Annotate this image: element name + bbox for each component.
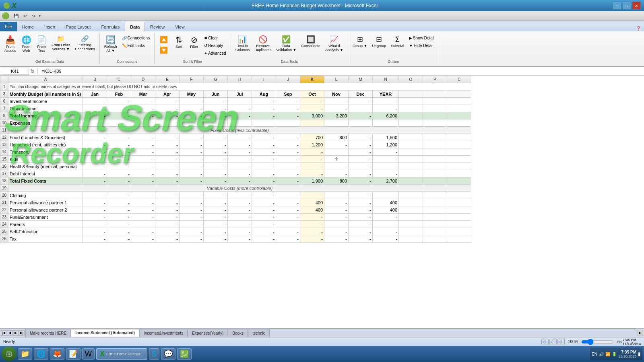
cell-K25[interactable]: - — [300, 228, 324, 235]
close-btn[interactable]: ✕ — [632, 2, 641, 10]
cell-K23[interactable]: - — [300, 214, 324, 221]
cell-P6[interactable] — [423, 98, 447, 105]
cell-Q25[interactable] — [447, 228, 471, 235]
filter-btn[interactable]: ⊘ Filter — [187, 35, 201, 50]
col-header-I[interactable]: I — [252, 76, 276, 83]
cell-E23[interactable]: - — [155, 214, 180, 221]
cell-O12[interactable] — [399, 134, 423, 141]
cell-H18[interactable]: - — [228, 177, 252, 185]
cell-B13[interactable]: - — [83, 141, 107, 148]
consolidate-btn[interactable]: 🔲 Consolidate — [299, 35, 323, 49]
cell-I14[interactable]: - — [252, 148, 276, 156]
cell-M14[interactable]: - — [349, 148, 373, 156]
tab-home[interactable]: Home — [17, 22, 39, 31]
cell-J25[interactable]: - — [276, 228, 300, 235]
cell-F23[interactable]: - — [180, 214, 204, 221]
cell-G20[interactable]: - — [204, 192, 228, 199]
cell-H2[interactable]: Jul — [228, 90, 252, 98]
cell-H23[interactable]: - — [228, 214, 252, 221]
cell-P25[interactable] — [423, 228, 447, 235]
cell-P18[interactable] — [423, 177, 447, 185]
cell-J21[interactable]: - — [276, 199, 300, 206]
cell-Q2[interactable] — [447, 90, 471, 98]
cell-P24[interactable] — [423, 221, 447, 228]
cell-K13[interactable]: 1,200 — [300, 141, 324, 148]
cell-H12[interactable]: - — [228, 134, 252, 141]
cell-J8[interactable]: - — [276, 112, 300, 119]
cell-E15[interactable]: - — [155, 156, 180, 163]
taskbar-chat[interactable]: 💬 — [161, 348, 175, 360]
cell-G2[interactable]: Jun — [204, 90, 228, 98]
cell-L12[interactable]: 800 — [324, 134, 349, 141]
cell-H10[interactable] — [228, 119, 252, 127]
cell-D26[interactable]: - — [131, 235, 155, 243]
tab-data[interactable]: Data — [125, 22, 145, 31]
cell-K22[interactable]: 400 — [300, 206, 324, 214]
cell-O22[interactable] — [399, 206, 423, 214]
cell-I13[interactable]: - — [252, 141, 276, 148]
cell-F7[interactable]: - — [180, 105, 204, 112]
cell-G7[interactable]: - — [204, 105, 228, 112]
cell-K20[interactable]: - — [300, 192, 324, 199]
maximize-btn[interactable]: □ — [622, 2, 631, 10]
cell-P8[interactable] — [423, 112, 447, 119]
col-header-A[interactable]: A — [8, 76, 83, 83]
tab-review[interactable]: Review — [145, 22, 170, 31]
col-header-C[interactable]: C — [107, 76, 131, 83]
cell-F21[interactable]: - — [180, 199, 204, 206]
cell-K7[interactable]: - — [300, 105, 324, 112]
horizontal-scroll-right[interactable]: ▶ — [637, 330, 643, 336]
cell-M16[interactable]: - — [349, 163, 373, 170]
cell-F18[interactable]: - — [180, 177, 204, 185]
sheet-tab-make-records[interactable]: Make records HERE — [25, 329, 71, 337]
cell-L17[interactable]: - — [324, 170, 349, 177]
cell-I17[interactable]: - — [252, 170, 276, 177]
cell-J2[interactable]: Sep — [276, 90, 300, 98]
cell-D16[interactable]: - — [131, 163, 155, 170]
from-web-btn[interactable]: 🌐 FromWeb — [19, 35, 33, 54]
cell-C22[interactable]: - — [107, 206, 131, 214]
cell-J10[interactable] — [276, 119, 300, 127]
cell-A10[interactable]: Expenses — [8, 119, 83, 127]
cell-Q12[interactable] — [447, 134, 471, 141]
cell-K21[interactable]: 400 — [300, 199, 324, 206]
cell-O16[interactable] — [399, 163, 423, 170]
reapply-btn[interactable]: ↺ Reapply — [202, 42, 228, 49]
cell-H22[interactable]: - — [228, 206, 252, 214]
cell-C16[interactable]: - — [107, 163, 131, 170]
cell-F6[interactable]: - — [180, 98, 204, 105]
cell-N24[interactable]: - — [373, 221, 399, 228]
cell-C17[interactable]: - — [107, 170, 131, 177]
cell-I20[interactable]: - — [252, 192, 276, 199]
show-detail-btn[interactable]: ▶ Show Detail — [407, 35, 436, 41]
cell-O18[interactable] — [399, 177, 423, 185]
cell-K12[interactable]: 700 — [300, 134, 324, 141]
cell-J24[interactable]: - — [276, 221, 300, 228]
remove-duplicates-btn[interactable]: 🚫 RemoveDuplicates — [252, 35, 273, 53]
row-num-12[interactable]: 12 — [0, 134, 8, 141]
sheet-tab-income-statement[interactable]: Income Statement (Automated) — [71, 329, 139, 337]
cell-A21[interactable]: Personal allowance partner 1 — [8, 199, 83, 206]
data-validation-btn[interactable]: ✅ DataValidation ▼ — [274, 35, 298, 53]
row-num-7[interactable]: 7 — [0, 105, 8, 112]
cell-E24[interactable]: - — [155, 221, 180, 228]
cell-P10[interactable] — [423, 119, 447, 127]
cell-B8[interactable]: - — [83, 112, 107, 119]
row-num-15[interactable]: 15 — [0, 156, 8, 163]
cell-N8[interactable]: 6,200 — [373, 112, 399, 119]
existing-connections-btn[interactable]: 🔗 ExistingConnections — [73, 35, 97, 52]
cell-J17[interactable]: - — [276, 170, 300, 177]
cell-C15[interactable]: - — [107, 156, 131, 163]
cell-G24[interactable]: - — [204, 221, 228, 228]
cell-M7[interactable] — [349, 105, 373, 112]
cell-I8[interactable]: - — [252, 112, 276, 119]
cell-N26[interactable]: - — [373, 235, 399, 243]
sheet-prev-btn[interactable]: ◀ — [7, 330, 12, 336]
cell-E22[interactable]: - — [155, 206, 180, 214]
cell-M18[interactable]: - — [349, 177, 373, 185]
cell-D18[interactable]: - — [131, 177, 155, 185]
cell-N18[interactable]: 2,700 — [373, 177, 399, 185]
cell-L10[interactable] — [324, 119, 349, 127]
cell-H15[interactable]: - — [228, 156, 252, 163]
connections-btn[interactable]: 🔗 Connections — [120, 35, 152, 41]
